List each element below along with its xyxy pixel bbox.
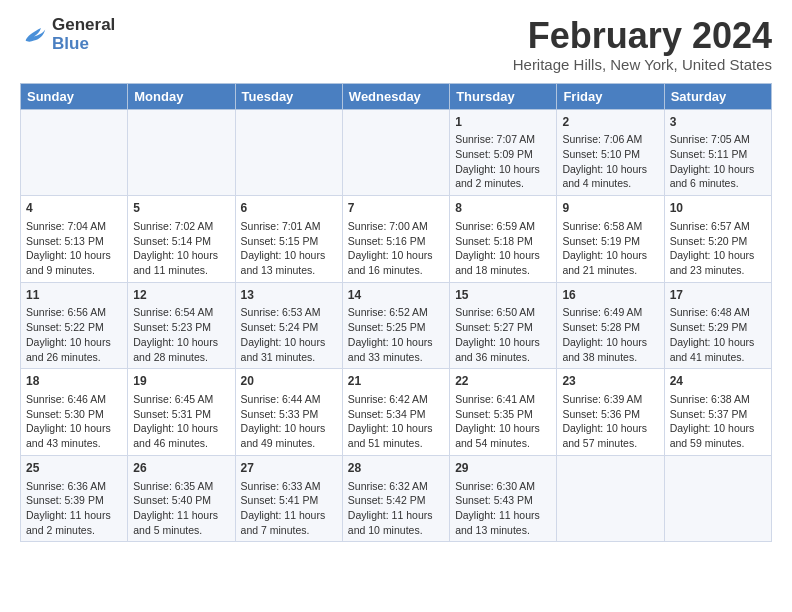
calendar-cell	[557, 455, 664, 542]
calendar-cell: 15Sunrise: 6:50 AMSunset: 5:27 PMDayligh…	[450, 282, 557, 369]
calendar-cell: 25Sunrise: 6:36 AMSunset: 5:39 PMDayligh…	[21, 455, 128, 542]
calendar-cell	[235, 109, 342, 196]
cell-info: Sunrise: 7:06 AMSunset: 5:10 PMDaylight:…	[562, 132, 658, 191]
calendar-table: SundayMondayTuesdayWednesdayThursdayFrid…	[20, 83, 772, 543]
day-number: 8	[455, 200, 551, 217]
day-number: 11	[26, 287, 122, 304]
cell-info: Sunrise: 6:59 AMSunset: 5:18 PMDaylight:…	[455, 219, 551, 278]
cell-info: Sunrise: 6:30 AMSunset: 5:43 PMDaylight:…	[455, 479, 551, 538]
cell-info: Sunrise: 6:39 AMSunset: 5:36 PMDaylight:…	[562, 392, 658, 451]
calendar-cell: 12Sunrise: 6:54 AMSunset: 5:23 PMDayligh…	[128, 282, 235, 369]
day-number: 21	[348, 373, 444, 390]
column-header-tuesday: Tuesday	[235, 83, 342, 109]
day-number: 6	[241, 200, 337, 217]
calendar-cell: 9Sunrise: 6:58 AMSunset: 5:19 PMDaylight…	[557, 196, 664, 283]
calendar-cell: 10Sunrise: 6:57 AMSunset: 5:20 PMDayligh…	[664, 196, 771, 283]
column-header-monday: Monday	[128, 83, 235, 109]
day-number: 24	[670, 373, 766, 390]
calendar-cell: 27Sunrise: 6:33 AMSunset: 5:41 PMDayligh…	[235, 455, 342, 542]
calendar-cell	[128, 109, 235, 196]
column-header-saturday: Saturday	[664, 83, 771, 109]
calendar-cell: 22Sunrise: 6:41 AMSunset: 5:35 PMDayligh…	[450, 369, 557, 456]
calendar-cell: 29Sunrise: 6:30 AMSunset: 5:43 PMDayligh…	[450, 455, 557, 542]
calendar-cell: 26Sunrise: 6:35 AMSunset: 5:40 PMDayligh…	[128, 455, 235, 542]
calendar-cell	[664, 455, 771, 542]
cell-info: Sunrise: 7:01 AMSunset: 5:15 PMDaylight:…	[241, 219, 337, 278]
calendar-week-row: 1Sunrise: 7:07 AMSunset: 5:09 PMDaylight…	[21, 109, 772, 196]
day-number: 23	[562, 373, 658, 390]
calendar-week-row: 25Sunrise: 6:36 AMSunset: 5:39 PMDayligh…	[21, 455, 772, 542]
cell-info: Sunrise: 6:33 AMSunset: 5:41 PMDaylight:…	[241, 479, 337, 538]
column-header-wednesday: Wednesday	[342, 83, 449, 109]
day-number: 17	[670, 287, 766, 304]
day-number: 9	[562, 200, 658, 217]
header: General Blue February 2024 Heritage Hill…	[20, 16, 772, 73]
logo-bird-icon	[20, 21, 48, 49]
calendar-cell: 4Sunrise: 7:04 AMSunset: 5:13 PMDaylight…	[21, 196, 128, 283]
cell-info: Sunrise: 6:46 AMSunset: 5:30 PMDaylight:…	[26, 392, 122, 451]
calendar-cell	[342, 109, 449, 196]
cell-info: Sunrise: 6:58 AMSunset: 5:19 PMDaylight:…	[562, 219, 658, 278]
cell-info: Sunrise: 7:07 AMSunset: 5:09 PMDaylight:…	[455, 132, 551, 191]
day-number: 7	[348, 200, 444, 217]
calendar-week-row: 4Sunrise: 7:04 AMSunset: 5:13 PMDaylight…	[21, 196, 772, 283]
calendar-cell: 21Sunrise: 6:42 AMSunset: 5:34 PMDayligh…	[342, 369, 449, 456]
cell-info: Sunrise: 6:48 AMSunset: 5:29 PMDaylight:…	[670, 305, 766, 364]
main-title: February 2024	[513, 16, 772, 56]
cell-info: Sunrise: 6:32 AMSunset: 5:42 PMDaylight:…	[348, 479, 444, 538]
cell-info: Sunrise: 6:52 AMSunset: 5:25 PMDaylight:…	[348, 305, 444, 364]
cell-info: Sunrise: 7:04 AMSunset: 5:13 PMDaylight:…	[26, 219, 122, 278]
day-number: 27	[241, 460, 337, 477]
calendar-cell: 23Sunrise: 6:39 AMSunset: 5:36 PMDayligh…	[557, 369, 664, 456]
day-number: 15	[455, 287, 551, 304]
calendar-header: SundayMondayTuesdayWednesdayThursdayFrid…	[21, 83, 772, 109]
cell-info: Sunrise: 6:53 AMSunset: 5:24 PMDaylight:…	[241, 305, 337, 364]
subtitle: Heritage Hills, New York, United States	[513, 56, 772, 73]
calendar-cell: 17Sunrise: 6:48 AMSunset: 5:29 PMDayligh…	[664, 282, 771, 369]
calendar-cell: 2Sunrise: 7:06 AMSunset: 5:10 PMDaylight…	[557, 109, 664, 196]
day-number: 12	[133, 287, 229, 304]
day-number: 28	[348, 460, 444, 477]
calendar-cell: 7Sunrise: 7:00 AMSunset: 5:16 PMDaylight…	[342, 196, 449, 283]
cell-info: Sunrise: 6:36 AMSunset: 5:39 PMDaylight:…	[26, 479, 122, 538]
cell-info: Sunrise: 6:57 AMSunset: 5:20 PMDaylight:…	[670, 219, 766, 278]
day-number: 14	[348, 287, 444, 304]
cell-info: Sunrise: 6:38 AMSunset: 5:37 PMDaylight:…	[670, 392, 766, 451]
calendar-cell: 5Sunrise: 7:02 AMSunset: 5:14 PMDaylight…	[128, 196, 235, 283]
cell-info: Sunrise: 6:49 AMSunset: 5:28 PMDaylight:…	[562, 305, 658, 364]
column-header-sunday: Sunday	[21, 83, 128, 109]
calendar-cell: 28Sunrise: 6:32 AMSunset: 5:42 PMDayligh…	[342, 455, 449, 542]
column-header-friday: Friday	[557, 83, 664, 109]
day-number: 22	[455, 373, 551, 390]
cell-info: Sunrise: 6:35 AMSunset: 5:40 PMDaylight:…	[133, 479, 229, 538]
calendar-cell: 6Sunrise: 7:01 AMSunset: 5:15 PMDaylight…	[235, 196, 342, 283]
day-number: 13	[241, 287, 337, 304]
calendar-cell: 18Sunrise: 6:46 AMSunset: 5:30 PMDayligh…	[21, 369, 128, 456]
calendar-cell: 14Sunrise: 6:52 AMSunset: 5:25 PMDayligh…	[342, 282, 449, 369]
cell-info: Sunrise: 6:42 AMSunset: 5:34 PMDaylight:…	[348, 392, 444, 451]
calendar-cell: 19Sunrise: 6:45 AMSunset: 5:31 PMDayligh…	[128, 369, 235, 456]
logo: General Blue	[20, 16, 115, 53]
calendar-cell: 20Sunrise: 6:44 AMSunset: 5:33 PMDayligh…	[235, 369, 342, 456]
day-number: 20	[241, 373, 337, 390]
cell-info: Sunrise: 6:50 AMSunset: 5:27 PMDaylight:…	[455, 305, 551, 364]
calendar-cell: 13Sunrise: 6:53 AMSunset: 5:24 PMDayligh…	[235, 282, 342, 369]
cell-info: Sunrise: 7:02 AMSunset: 5:14 PMDaylight:…	[133, 219, 229, 278]
day-number: 2	[562, 114, 658, 131]
day-number: 26	[133, 460, 229, 477]
calendar-cell: 16Sunrise: 6:49 AMSunset: 5:28 PMDayligh…	[557, 282, 664, 369]
day-number: 3	[670, 114, 766, 131]
calendar-cell: 8Sunrise: 6:59 AMSunset: 5:18 PMDaylight…	[450, 196, 557, 283]
logo-text: General Blue	[52, 16, 115, 53]
cell-info: Sunrise: 7:00 AMSunset: 5:16 PMDaylight:…	[348, 219, 444, 278]
cell-info: Sunrise: 6:41 AMSunset: 5:35 PMDaylight:…	[455, 392, 551, 451]
calendar-cell	[21, 109, 128, 196]
calendar-cell: 3Sunrise: 7:05 AMSunset: 5:11 PMDaylight…	[664, 109, 771, 196]
cell-info: Sunrise: 7:05 AMSunset: 5:11 PMDaylight:…	[670, 132, 766, 191]
cell-info: Sunrise: 6:54 AMSunset: 5:23 PMDaylight:…	[133, 305, 229, 364]
column-header-thursday: Thursday	[450, 83, 557, 109]
day-number: 1	[455, 114, 551, 131]
cell-info: Sunrise: 6:45 AMSunset: 5:31 PMDaylight:…	[133, 392, 229, 451]
cell-info: Sunrise: 6:44 AMSunset: 5:33 PMDaylight:…	[241, 392, 337, 451]
calendar-cell: 24Sunrise: 6:38 AMSunset: 5:37 PMDayligh…	[664, 369, 771, 456]
